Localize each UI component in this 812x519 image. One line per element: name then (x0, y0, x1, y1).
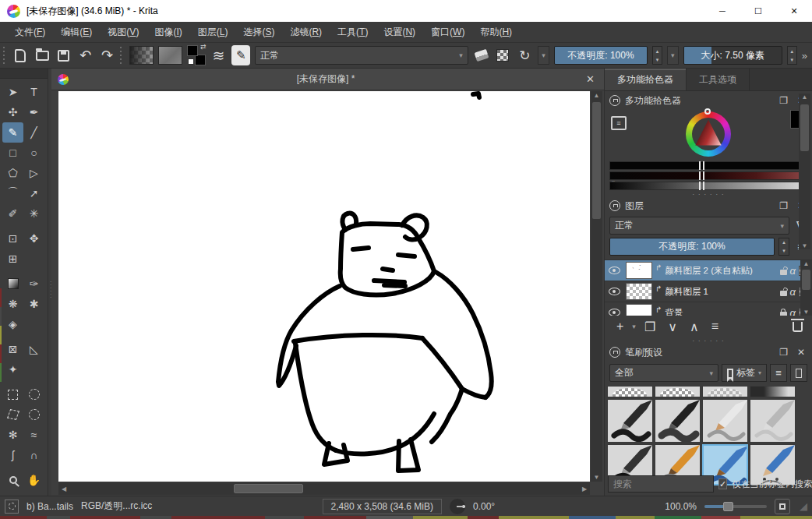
dock-splitter[interactable]: · · · · · · (605, 337, 812, 343)
layer-opacity-slider[interactable]: 不透明度: 100% (609, 238, 775, 256)
toolbar-grip[interactable] (3, 47, 7, 64)
tag-button[interactable]: 标签 ▾ (722, 364, 767, 382)
layer-visibility-icon[interactable] (609, 267, 620, 274)
canvas-horizontal-scrollbar[interactable]: ◀ ▶ (58, 482, 590, 495)
shade-bar-1[interactable] (609, 161, 806, 170)
polygon-select-tool[interactable] (2, 404, 23, 425)
line-tool[interactable]: ╱ (23, 122, 44, 143)
ellipse-select-tool[interactable] (23, 384, 44, 404)
layer-visibility-icon[interactable] (609, 288, 620, 295)
eraser-mode-button[interactable] (473, 46, 490, 65)
colorize-mask-tool[interactable]: ✱ (23, 294, 44, 314)
search-input[interactable] (608, 475, 714, 493)
layer-row[interactable]: ↱颜料图层 1α (605, 281, 812, 302)
drawing-canvas[interactable] (58, 91, 590, 482)
brush-presets-header[interactable]: 笔刷预设 ❐ ✕ (605, 343, 812, 362)
new-document-button[interactable] (12, 46, 29, 65)
toolbar-grip-2[interactable] (120, 47, 124, 64)
brush-preset[interactable] (702, 399, 748, 443)
layer-lock-icon[interactable] (780, 270, 787, 275)
shade-handle[interactable] (699, 182, 704, 190)
menu-W[interactable]: 窗口(W) (424, 23, 471, 42)
foreground-background-colors[interactable]: ⇄ (187, 45, 206, 65)
float-dock-icon[interactable]: ❐ (777, 200, 790, 211)
bezier-curve-tool[interactable]: ⌒ (2, 183, 23, 203)
menu-N[interactable]: 设置(N) (376, 23, 422, 42)
rect-select-tool[interactable] (2, 384, 23, 404)
opacity-slider[interactable]: 不透明度: 100% (554, 46, 648, 65)
scroll-up-icon[interactable]: ▲ (799, 94, 810, 101)
menu-R[interactable]: 滤镜(R) (283, 23, 329, 42)
menu-F[interactable]: 文件(F) (8, 23, 52, 42)
layer-visibility-icon[interactable] (609, 309, 620, 316)
fit-zoom-button[interactable] (775, 499, 790, 514)
toolbox-title-handle[interactable] (0, 69, 48, 79)
preserve-alpha-button[interactable] (495, 46, 512, 65)
eraser-soft-preset[interactable] (702, 386, 748, 397)
freehand-path-tool[interactable]: ➚ (23, 183, 44, 203)
delete-layer-button[interactable] (793, 322, 803, 332)
rotation-dial-icon[interactable] (450, 499, 465, 514)
similar-color-select-tool[interactable]: ≈ (23, 425, 44, 445)
dock-splitter[interactable]: · · · · · · (605, 191, 812, 196)
enclose-fill-tool[interactable]: ⊠ (2, 339, 23, 359)
scroll-down-icon[interactable]: ▼ (799, 242, 810, 249)
brush-preset[interactable] (750, 399, 796, 443)
inherit-alpha-icon[interactable]: α (790, 307, 796, 316)
scroll-left-icon[interactable]: ◀ (58, 485, 69, 493)
vertical-scroll-thumb[interactable] (592, 102, 601, 219)
brush-preset-chooser-button[interactable]: ≋ (210, 46, 228, 65)
zoom-tool[interactable] (2, 470, 23, 490)
preset-scrollbar[interactable]: ▲ ▼ (799, 94, 810, 249)
scroll-up-icon[interactable]: ▲ (591, 92, 602, 99)
zoom-slider-thumb[interactable] (723, 502, 733, 511)
minimize-button[interactable]: ─ (704, 0, 740, 22)
menu-T[interactable]: 工具(T) (330, 23, 375, 42)
brush-preset[interactable] (655, 399, 701, 443)
add-layer-button[interactable]: + (611, 320, 629, 334)
toolbar-overflow-button[interactable]: » (802, 50, 809, 62)
airbrush-preset[interactable] (750, 386, 796, 397)
ellipse-tool[interactable]: ○ (23, 143, 44, 163)
advanced-color-selector[interactable]: ≡ (605, 110, 812, 177)
calligraphy-tool[interactable]: ✒ (23, 102, 44, 122)
gradient-tool[interactable] (2, 274, 23, 294)
magic-wand-select-tool[interactable]: ✻ (2, 425, 23, 445)
crop-tool[interactable]: ⊞ (2, 249, 23, 269)
layer-lock-icon[interactable] (780, 291, 787, 296)
inherit-alpha-icon[interactable]: α (790, 286, 796, 298)
color-selector-header[interactable]: 多功能拾色器 ❐ ✕ (605, 91, 812, 110)
preset-details-button[interactable] (790, 364, 807, 382)
rectangle-tool[interactable]: □ (2, 143, 23, 163)
freehand-brush-tool[interactable]: ✎ (2, 122, 23, 143)
dock-tab-tool-options[interactable]: 工具选项 (687, 69, 750, 90)
layer-properties-button[interactable]: ≡ (706, 320, 724, 334)
scroll-right-icon[interactable]: ▶ (579, 485, 590, 493)
opacity-spinner[interactable]: ▴▾ (652, 46, 662, 65)
float-dock-icon[interactable]: ❐ (777, 347, 790, 358)
brush-size-slider[interactable]: 大小: 7.50 像素 (683, 46, 782, 65)
duplicate-layer-button[interactable]: ❐ (639, 320, 661, 334)
canvas-titlebar[interactable]: [未保存图像] * ✕ (51, 69, 604, 90)
layer-blend-mode-combo[interactable]: 正常 ▾ (609, 217, 789, 235)
menu-E[interactable]: 编辑(E) (54, 23, 99, 42)
menu-H[interactable]: 帮助(H) (473, 23, 519, 42)
layer-row[interactable]: ↱背景α (605, 302, 812, 316)
gradient-chooser[interactable] (129, 46, 154, 65)
pan-tool[interactable]: ✋ (23, 470, 44, 490)
preset-filter-combo[interactable]: 全部 ▾ (609, 364, 718, 382)
open-document-button[interactable] (34, 46, 51, 65)
layer-lock-icon[interactable] (780, 312, 787, 316)
eraser-preset[interactable] (607, 386, 653, 397)
rotation-angle[interactable]: 0.00° (473, 501, 495, 512)
polygon-tool[interactable]: ⬠ (2, 163, 23, 183)
dock-tab-color-selector[interactable]: 多功能拾色器 (605, 69, 687, 90)
reload-preset-button[interactable]: ↻ (516, 46, 533, 65)
preset-menu-button[interactable]: ≡ (770, 364, 787, 382)
move-tool[interactable]: ✥ (23, 228, 44, 249)
shade-bar-2[interactable] (609, 171, 806, 180)
brush-editor-button[interactable]: ✎ (231, 45, 250, 65)
layers-header[interactable]: 图层 ❐ ✕ (605, 196, 812, 215)
reference-images-tool[interactable]: ✦ (2, 359, 23, 380)
zoom-slider[interactable] (704, 505, 767, 508)
